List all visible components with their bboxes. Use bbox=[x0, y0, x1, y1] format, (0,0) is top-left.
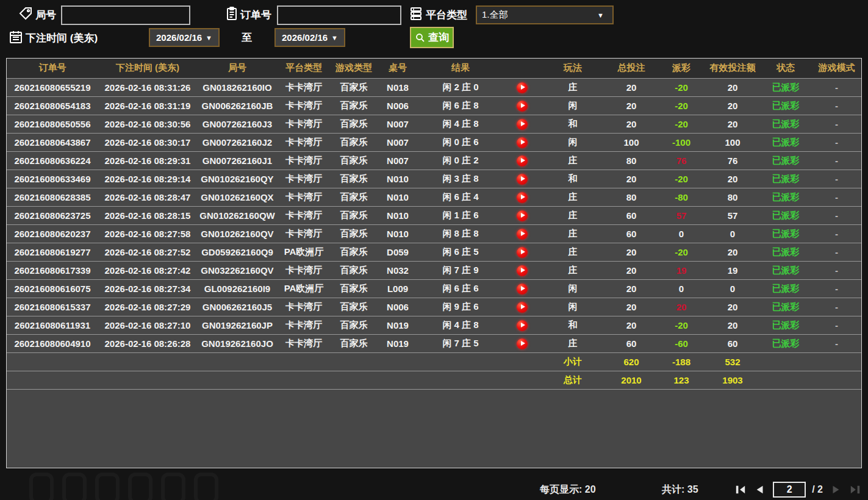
cell-payout: 76 bbox=[658, 151, 705, 170]
cell-game-mode: - bbox=[811, 115, 862, 133]
cell-game-mode: - bbox=[811, 96, 862, 115]
replay-play-button[interactable] bbox=[517, 247, 528, 258]
cell-bet-time: 2026-02-16 08:29:31 bbox=[98, 151, 197, 170]
subtotal-label: 小计 bbox=[541, 352, 604, 371]
header-order-id: 订单号 bbox=[7, 59, 98, 78]
search-button[interactable]: 查询 bbox=[410, 27, 454, 48]
cell-replay bbox=[503, 279, 541, 298]
cell-order-id: 260216080633469 bbox=[7, 170, 98, 188]
cell-result: 闲 4 庄 8 bbox=[418, 115, 503, 133]
cell-payout: -60 bbox=[658, 334, 705, 352]
replay-play-button[interactable] bbox=[517, 119, 528, 130]
replay-play-button[interactable] bbox=[517, 82, 528, 93]
cell-valid-bet: 20 bbox=[705, 316, 761, 334]
cell-valid-bet: 0 bbox=[705, 224, 761, 243]
cell-game-type: 百家乐 bbox=[330, 334, 378, 352]
replay-play-button[interactable] bbox=[517, 338, 528, 349]
header-result: 结果 bbox=[418, 59, 503, 78]
cell-valid-bet: 0 bbox=[705, 279, 761, 298]
cell-total-bet: 20 bbox=[604, 316, 658, 334]
cell-bet-time: 2026-02-16 08:27:58 bbox=[98, 224, 197, 243]
play-icon bbox=[521, 195, 525, 199]
cell-order-id: 260216080620237 bbox=[7, 224, 98, 243]
cell-round-id: GL009262160I9 bbox=[197, 279, 278, 298]
replay-play-button[interactable] bbox=[517, 320, 528, 331]
grand-total-payout: 123 bbox=[658, 371, 705, 389]
cell-valid-bet: 20 bbox=[705, 243, 761, 261]
cell-payout: -20 bbox=[658, 78, 705, 96]
cell-round-id: GD059262160Q9 bbox=[197, 243, 278, 261]
cell-play-type: 庄 bbox=[541, 334, 604, 352]
cell-payout: -20 bbox=[658, 243, 705, 261]
cell-table-no: L009 bbox=[378, 279, 418, 298]
cell-status: 已派彩 bbox=[761, 206, 811, 224]
cell-total-bet: 100 bbox=[604, 133, 658, 151]
cell-status: 已派彩 bbox=[761, 224, 811, 243]
table-row: 260216080643867 2026-02-16 08:30:17 GN00… bbox=[7, 133, 862, 151]
cell-order-id: 260216080654183 bbox=[7, 96, 98, 115]
date-from-picker[interactable]: 2026/02/16▼ bbox=[149, 28, 220, 47]
cell-bet-time: 2026-02-16 08:27:29 bbox=[98, 298, 197, 316]
play-icon bbox=[521, 103, 525, 108]
cell-replay bbox=[503, 133, 541, 151]
cell-game-type: 百家乐 bbox=[330, 96, 378, 115]
cell-table-no: N010 bbox=[378, 224, 418, 243]
round-input[interactable] bbox=[61, 5, 190, 25]
previous-page-button[interactable] bbox=[753, 484, 767, 496]
cell-valid-bet: 20 bbox=[705, 96, 761, 115]
search-button-label: 查询 bbox=[428, 30, 449, 45]
date-to-picker[interactable]: 2026/02/16▼ bbox=[274, 28, 345, 47]
replay-play-button[interactable] bbox=[517, 229, 528, 240]
cell-round-id: GN006262160J5 bbox=[197, 298, 278, 316]
table-header-row: 订单号 下注时间 (美东) 局号 平台类型 游戏类型 桌号 结果 玩法 总投注 … bbox=[7, 59, 862, 78]
bet-time-label: 下注时间 (美东) bbox=[26, 31, 98, 45]
total-count-label: 共计: 35 bbox=[662, 484, 698, 496]
subtotal-valid-bet: 532 bbox=[705, 352, 761, 371]
cell-game-type: 百家乐 bbox=[330, 151, 378, 170]
cell-replay bbox=[503, 188, 541, 206]
cell-game-mode: - bbox=[811, 298, 862, 316]
cell-total-bet: 20 bbox=[604, 261, 658, 279]
cell-game-mode: - bbox=[811, 243, 862, 261]
replay-play-button[interactable] bbox=[517, 302, 528, 313]
cell-replay bbox=[503, 115, 541, 133]
pagination: / 2 bbox=[734, 480, 862, 499]
play-icon bbox=[521, 249, 525, 254]
play-icon bbox=[521, 304, 525, 309]
platform-select[interactable]: 1.全部 ▼ bbox=[476, 5, 614, 24]
cell-order-id: 260216080615337 bbox=[7, 298, 98, 316]
cell-payout: 0 bbox=[658, 224, 705, 243]
cell-result: 闲 6 庄 8 bbox=[418, 96, 503, 115]
table-summary: 小计 620 -188 532 总计 2010 123 1903 bbox=[7, 352, 862, 389]
cell-bet-time: 2026-02-16 08:27:34 bbox=[98, 279, 197, 298]
first-page-button[interactable] bbox=[734, 484, 747, 496]
table-row: 260216080611931 2026-02-16 08:27:10 GN01… bbox=[7, 316, 862, 334]
cell-game-mode: - bbox=[811, 188, 862, 206]
cell-result: 闲 3 庄 8 bbox=[418, 170, 503, 188]
cell-play-type: 闲 bbox=[541, 279, 604, 298]
cell-table-no: N010 bbox=[378, 188, 418, 206]
subtotal-payout: -188 bbox=[658, 352, 705, 371]
cell-play-type: 闲 bbox=[541, 96, 604, 115]
order-input[interactable] bbox=[277, 5, 401, 25]
cell-result: 闲 4 庄 8 bbox=[418, 316, 503, 334]
cell-bet-time: 2026-02-16 08:31:26 bbox=[98, 78, 197, 96]
cell-game-type: 百家乐 bbox=[330, 243, 378, 261]
replay-play-button[interactable] bbox=[517, 192, 528, 203]
replay-play-button[interactable] bbox=[517, 155, 528, 166]
next-page-button[interactable] bbox=[829, 484, 842, 496]
play-icon bbox=[521, 286, 525, 291]
date-range-separator: 至 bbox=[242, 30, 252, 45]
cell-total-bet: 80 bbox=[604, 188, 658, 206]
grand-total-label: 总计 bbox=[541, 371, 604, 389]
replay-play-button[interactable] bbox=[517, 174, 528, 185]
cell-result: 闲 0 庄 6 bbox=[418, 133, 503, 151]
replay-play-button[interactable] bbox=[517, 137, 528, 148]
replay-play-button[interactable] bbox=[517, 210, 528, 221]
last-page-button[interactable] bbox=[848, 484, 862, 496]
header-status: 状态 bbox=[761, 59, 811, 78]
replay-play-button[interactable] bbox=[517, 284, 528, 295]
page-number-input[interactable] bbox=[773, 482, 806, 498]
replay-play-button[interactable] bbox=[517, 101, 528, 112]
replay-play-button[interactable] bbox=[517, 265, 528, 276]
